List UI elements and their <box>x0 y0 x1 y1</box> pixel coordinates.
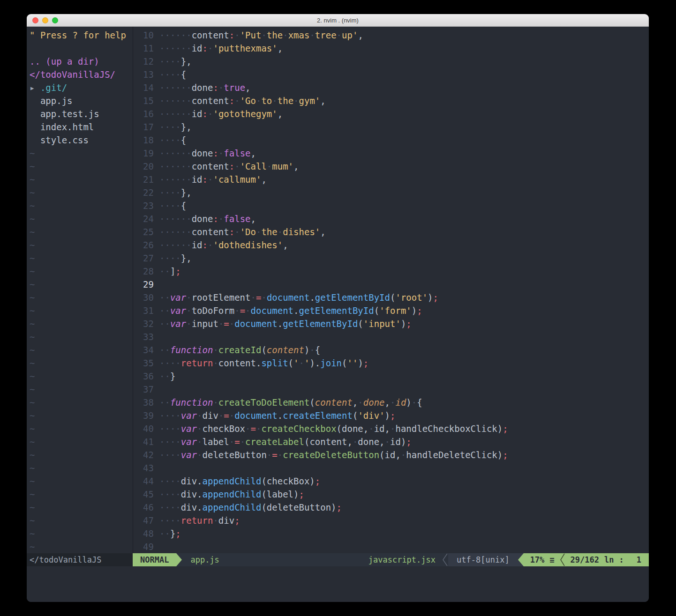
titlebar[interactable]: 2. nvim . (nvim) <box>27 14 649 27</box>
line-number: 21 <box>133 173 154 186</box>
code-line[interactable]: 36··} <box>133 370 649 383</box>
code-line[interactable]: 35····return·content.split('·').join('')… <box>133 356 649 370</box>
code-line[interactable]: 21······id:·'callmum', <box>133 173 649 186</box>
line-number: 46 <box>133 501 154 514</box>
code-line[interactable]: 29 <box>133 278 649 291</box>
tree-item-up-dir[interactable]: .. (up a dir) <box>30 55 133 68</box>
code-text: ······id:·'putthexmas', <box>159 42 283 55</box>
line-number: 49 <box>133 540 154 553</box>
code-line[interactable]: 18····{ <box>133 134 649 147</box>
line-number: 33 <box>133 330 154 343</box>
line-number: 42 <box>133 448 154 461</box>
code-line[interactable]: 24······done:·false, <box>133 212 649 225</box>
code-line[interactable]: 33 <box>133 330 649 343</box>
code-text: ··]; <box>159 265 181 278</box>
nerdtree-pane[interactable]: " Press ? for help.. (up a dir)</todoVan… <box>27 27 133 553</box>
code-line[interactable]: 27····}, <box>133 252 649 265</box>
code-line[interactable]: 16······id:·'gotothegym', <box>133 107 649 120</box>
statusline-tree-path: </todoVanillaJS <box>27 553 133 566</box>
code-text: ····{ <box>159 68 186 81</box>
line-number: 29 <box>133 278 154 291</box>
code-line[interactable]: 26······id:·'dothedishes', <box>133 238 649 252</box>
tree-root-path[interactable]: </todoVanillaJS/ <box>30 68 133 81</box>
powerline-separator-icon <box>518 553 524 566</box>
code-line[interactable]: 38··function·createToDoElement(content,·… <box>133 396 649 409</box>
code-line[interactable]: 45····div.appendChild(label); <box>133 488 649 501</box>
code-line[interactable]: 28··]; <box>133 265 649 278</box>
line-number: 47 <box>133 514 154 527</box>
line-number: 36 <box>133 370 154 383</box>
code-line[interactable]: 25······content:·'Do·the·dishes', <box>133 225 649 238</box>
code-line[interactable]: 19······done:·false, <box>133 147 649 160</box>
code-line[interactable]: 30··var·rootElement·=·document.getElemen… <box>133 291 649 304</box>
code-line[interactable]: 39····var·div·=·document.createElement('… <box>133 409 649 422</box>
code-line[interactable]: 43 <box>133 461 649 475</box>
line-number: 34 <box>133 343 154 356</box>
code-line[interactable]: 17····}, <box>133 120 649 134</box>
code-line[interactable]: 40····var·checkBox·=·createCheckbox(done… <box>133 422 649 435</box>
code-line[interactable]: 32··var·input·=·document.getElementById(… <box>133 317 649 330</box>
code-line[interactable]: 10······content:·'Put·the·xmas·tree·up', <box>133 29 649 42</box>
minimize-button[interactable] <box>42 17 48 23</box>
code-text: ······done:·false, <box>159 147 256 160</box>
tree-item-style-css[interactable]: style.css <box>30 134 133 147</box>
line-number: 40 <box>133 422 154 435</box>
code-line[interactable]: 48··}; <box>133 527 649 540</box>
nontext-tilde: ~ <box>30 383 133 396</box>
code-text: ··function·createId(content)·{ <box>159 343 320 356</box>
traffic-lights <box>27 17 58 23</box>
code-line[interactable]: 13····{ <box>133 68 649 81</box>
line-number: 14 <box>133 81 154 94</box>
tree-item-app-test-js[interactable]: app.test.js <box>30 107 133 120</box>
statusline-filename: app.js <box>182 553 227 566</box>
tree-blank-row <box>30 42 133 55</box>
statusline-filetype: javascript.jsx <box>362 553 442 566</box>
code-line[interactable]: 34··function·createId(content)·{ <box>133 343 649 356</box>
code-line[interactable]: 23····{ <box>133 199 649 212</box>
command-line[interactable] <box>27 566 649 602</box>
code-text: ······content:·'Do·the·dishes', <box>159 225 326 238</box>
code-text: ··} <box>159 370 175 383</box>
code-line[interactable]: 14······done:·true, <box>133 81 649 94</box>
line-number: 43 <box>133 461 154 475</box>
line-number: 37 <box>133 383 154 396</box>
line-number: 41 <box>133 435 154 448</box>
code-line[interactable]: 37 <box>133 383 649 396</box>
nontext-tilde: ~ <box>30 343 133 356</box>
code-line[interactable]: 22····}, <box>133 186 649 199</box>
line-number: 13 <box>133 68 154 81</box>
nontext-tilde: ~ <box>30 160 133 173</box>
line-number-icon: ln <box>604 553 614 566</box>
tree-item-app-js[interactable]: app.js <box>30 94 133 107</box>
code-line[interactable]: 42····var·deleteButton·=·createDeleteBut… <box>133 448 649 461</box>
code-line[interactable]: 41····var·label·=·createLabel(content,·d… <box>133 435 649 448</box>
editor-pane[interactable]: 10······content:·'Put·the·xmas·tree·up',… <box>133 27 649 553</box>
line-number: 20 <box>133 160 154 173</box>
code-line[interactable]: 20······content:·'Call·mum', <box>133 160 649 173</box>
code-line[interactable]: 11······id:·'putthexmas', <box>133 42 649 55</box>
code-line[interactable]: 46····div.appendChild(deleteButton); <box>133 501 649 514</box>
line-number: 32 <box>133 317 154 330</box>
tree-item-index-html[interactable]: index.html <box>30 120 133 134</box>
nontext-tilde: ~ <box>30 330 133 343</box>
nontext-tilde: ~ <box>30 291 133 304</box>
code-text: ····var·div·=·document.createElement('di… <box>159 409 395 422</box>
nvim-content: " Press ? for help.. (up a dir)</todoVan… <box>27 27 649 602</box>
nontext-tilde: ~ <box>30 461 133 475</box>
code-line[interactable]: 49 <box>133 540 649 553</box>
tree-item-git-dir[interactable]: ▸ .git/ <box>30 81 133 94</box>
code-text: ······id:·'callmum', <box>159 173 267 186</box>
line-number: 11 <box>133 42 154 55</box>
nontext-tilde: ~ <box>30 212 133 225</box>
line-number: 24 <box>133 212 154 225</box>
code-line[interactable]: 12····}, <box>133 55 649 68</box>
code-line[interactable]: 47····return·div; <box>133 514 649 527</box>
code-line[interactable]: 31··var·toDoForm·=·document.getElementBy… <box>133 304 649 317</box>
split-panes: " Press ? for help.. (up a dir)</todoVan… <box>27 27 649 553</box>
code-line[interactable]: 44····div.appendChild(checkBox); <box>133 475 649 488</box>
line-number: 23 <box>133 199 154 212</box>
close-button[interactable] <box>32 17 38 23</box>
code-text: ··}; <box>159 527 181 540</box>
zoom-button[interactable] <box>52 17 58 23</box>
code-line[interactable]: 15······content:·'Go·to·the·gym', <box>133 94 649 107</box>
